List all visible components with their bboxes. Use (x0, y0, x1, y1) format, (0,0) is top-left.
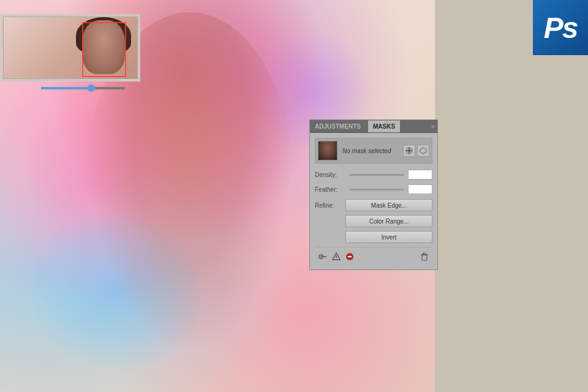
no-mask-label: No mask selected (342, 148, 391, 154)
invert-button[interactable]: Invert (345, 231, 432, 243)
ps-logo-text: Ps (544, 11, 578, 45)
zoom-slider-thumb[interactable] (88, 85, 95, 92)
navigator-preview[interactable] (1, 14, 140, 81)
nav-face (82, 20, 125, 74)
color-range-button[interactable]: Color Range... (345, 215, 432, 227)
adj-panel-options-icon[interactable]: ≡ (431, 123, 435, 130)
refine-row: Refine: Mask Edge... (315, 199, 432, 211)
feather-input[interactable] (408, 184, 432, 194)
refine-label: Refine: (315, 202, 345, 209)
density-label: Density: (315, 172, 345, 178)
mask-icons (403, 145, 429, 157)
adj-panel-header: ADJUSTMENTS MASKS ≡ (310, 120, 437, 133)
color-range-row: Color Range... (315, 215, 432, 227)
mask-thumb-inner (318, 141, 337, 160)
navigator-preview-image (3, 17, 138, 79)
density-row: Density: (315, 170, 432, 179)
svg-rect-10 (422, 255, 427, 260)
mask-edge-button[interactable]: Mask Edge... (345, 199, 432, 211)
invert-row: Invert (315, 231, 432, 243)
trash-icon[interactable] (418, 250, 431, 263)
mask-thumbnail (318, 141, 337, 160)
svg-point-4 (320, 256, 322, 257)
masks-bottom-icons (315, 247, 432, 265)
ps-logo: Ps (533, 0, 588, 55)
density-input[interactable] (408, 170, 432, 179)
svg-rect-12 (423, 253, 426, 255)
feather-track[interactable] (349, 189, 404, 190)
feather-label: Feather: (315, 186, 345, 193)
add-vector-mask-btn[interactable] (417, 145, 429, 157)
zoom-track-fill (41, 87, 91, 89)
adjustments-masks-panel: ADJUSTMENTS MASKS ≡ No mask selected Den (309, 119, 438, 270)
navigator-panel: NAVIGATOR » 33.33% 🔍 🔍 (0, 0, 141, 96)
masks-content: No mask selected Density: Feather: (310, 133, 437, 270)
feather-row: Feather: (315, 184, 432, 194)
svg-rect-2 (407, 150, 412, 151)
filter-icon[interactable] (316, 250, 330, 263)
density-track[interactable] (349, 174, 404, 176)
tab-masks[interactable]: MASKS (368, 120, 400, 132)
delete-mask-icon[interactable] (343, 250, 356, 263)
apply-mask-icon[interactable] (330, 250, 343, 263)
add-pixel-mask-btn[interactable] (403, 145, 415, 157)
mask-info-row: No mask selected (315, 138, 432, 164)
tab-adjustments[interactable]: ADJUSTMENTS (310, 120, 366, 132)
zoom-slider-track[interactable] (41, 87, 125, 89)
